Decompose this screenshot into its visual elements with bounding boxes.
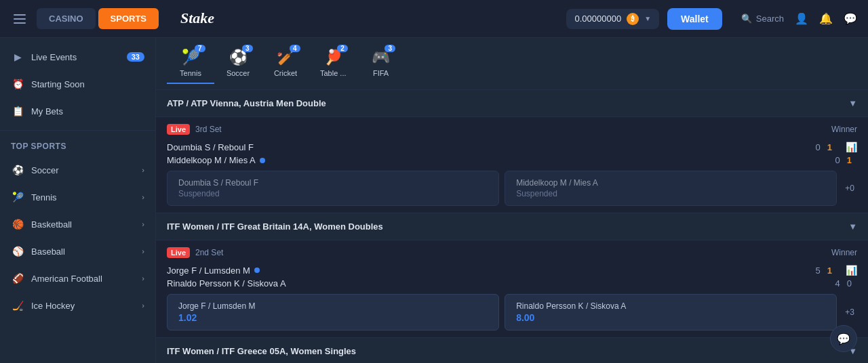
match-1-p2-score-b: 1 <box>847 155 852 165</box>
match-1-bet2-player: Middelkoop M / Mies A <box>516 178 598 188</box>
match-1-live-badge: Live <box>167 124 190 135</box>
wallet-button[interactable]: Wallet <box>667 8 722 30</box>
hamburger-menu[interactable] <box>11 12 28 26</box>
main-content: 🎾 7 Tennis ⚽ 3 Soccer 🏏 4 Cricket <box>156 38 868 363</box>
sidebar-item-tennis[interactable]: 🎾 Tennis › <box>0 184 155 211</box>
american-football-arrow: › <box>142 274 144 282</box>
match-2-bet2-player: Rinaldo Persson K / Siskova A <box>516 301 626 311</box>
live-events-icon: ▶ <box>11 50 24 64</box>
cricket-tab-label: Cricket <box>274 69 297 77</box>
tennis-label: Tennis <box>31 192 135 202</box>
match-1-set-info: 3rd Set <box>195 125 222 134</box>
match-section-2-header[interactable]: ITF Women / ITF Great Britain 14A, Women… <box>156 213 868 240</box>
live-events-badge: 33 <box>127 52 144 62</box>
match-2-player1-name: Jorge F / Lumsden M <box>167 265 808 276</box>
soccer-icon: ⚽ <box>11 163 24 177</box>
top-sports-section-title: Top Sports <box>0 136 155 156</box>
match-1-bet1-status: Suspended <box>178 189 220 198</box>
casino-tab[interactable]: CASINO <box>37 8 96 29</box>
cricket-tab-icon-wrap: 🏏 4 <box>277 49 295 66</box>
match-2-live-badge: Live <box>167 247 190 258</box>
match-1-bet-btn-2[interactable]: Middelkoop M / Mies A Suspended <box>505 171 837 206</box>
header: CASINO SPORTS Stake 0.00000000 ₿ ▼ Walle… <box>0 0 868 38</box>
match-2-player2-name: Rinaldo Persson K / Siskova A <box>167 278 827 289</box>
tennis-tab-label: Tennis <box>180 69 201 77</box>
tennis-arrow: › <box>142 193 144 201</box>
fifa-tab-label: FIFA <box>373 69 389 77</box>
match-section-3-header[interactable]: ITF Women / ITF Greece 05A, Women Single… <box>156 338 868 363</box>
live-events-label: Live Events <box>31 52 120 62</box>
sport-tabs-bar: 🎾 7 Tennis ⚽ 3 Soccer 🏏 4 Cricket <box>156 38 868 90</box>
match-2-bet2-odd: 8.00 <box>516 312 534 323</box>
match-1-player1-name: Doumbia S / Reboul F <box>167 142 808 152</box>
match-2-bet1-odd: 1.02 <box>178 312 197 323</box>
my-bets-label: My Bets <box>31 106 144 116</box>
sidebar-item-basketball[interactable]: 🏀 Basketball › <box>0 211 155 238</box>
sidebar-item-soccer[interactable]: ⚽ Soccer › <box>0 156 155 184</box>
match-2-more-bets[interactable]: +3 <box>842 307 857 317</box>
sidebar-item-live-events[interactable]: ▶ Live Events 33 <box>0 43 155 70</box>
sidebar-item-american-football[interactable]: 🏈 American Football › <box>0 265 155 292</box>
support-button[interactable]: 💬 <box>830 325 857 352</box>
match-2-bet-btn-1[interactable]: Jorge F / Lumsden M 1.02 <box>167 294 499 330</box>
serve-dot-1 <box>260 158 265 163</box>
starting-soon-label: Starting Soon <box>31 79 144 89</box>
match-1-player2-name: Middelkoop M / Mies A <box>167 155 827 165</box>
sport-tab-tabletennis[interactable]: 🏓 2 Table ... <box>309 43 357 84</box>
match-1-bet-options: Doumbia S / Reboul F Suspended Middelkoo… <box>167 171 857 206</box>
match-2-score2: 4 0 <box>835 278 852 289</box>
match-section-1-header[interactable]: ATP / ATP Vienna, Austria Men Double ▼ <box>156 90 868 117</box>
match-1-meta: Live 3rd Set Winner <box>167 124 857 135</box>
match-1-row-player2: Middelkoop M / Mies A 0 1 <box>167 155 857 165</box>
tennis-tab-badge: 7 <box>195 45 205 52</box>
match-1-bet1-player: Doumbia S / Reboul F <box>178 178 258 188</box>
match-2-p2-score-b: 0 <box>847 278 852 289</box>
soccer-tab-icon-wrap: ⚽ 3 <box>229 49 248 66</box>
site-logo: Stake <box>180 7 558 31</box>
match-1-more-bets[interactable]: +0 <box>842 184 857 193</box>
sidebar-item-ice-hockey[interactable]: 🏒 Ice Hockey › <box>0 292 155 319</box>
match-section-2-title: ITF Women / ITF Great Britain 14A, Women… <box>167 221 383 232</box>
tabletennis-tab-icon-wrap: 🏓 2 <box>324 49 342 66</box>
cricket-tab-badge: 4 <box>290 45 300 52</box>
sport-tab-tennis[interactable]: 🎾 7 Tennis <box>167 43 214 84</box>
match-1-bet-btn-1[interactable]: Doumbia S / Reboul F Suspended <box>167 171 499 206</box>
soccer-label: Soccer <box>31 165 135 175</box>
tabletennis-tab-label: Table ... <box>320 69 347 77</box>
match-section-1-chevron: ▼ <box>848 98 857 108</box>
match-1-score1: 0 1 <box>816 142 832 152</box>
stats-icon-1[interactable]: 📊 <box>846 142 857 152</box>
bell-icon[interactable]: 🔔 <box>819 12 833 25</box>
sport-tab-soccer[interactable]: ⚽ 3 Soccer <box>214 43 262 84</box>
match-2-block: Live 2nd Set Winner Jorge F / Lumsden M … <box>156 240 868 338</box>
sport-tab-fifa[interactable]: 🎮 3 FIFA <box>357 43 405 84</box>
match-2-meta: Live 2nd Set Winner <box>167 247 857 258</box>
match-2-p1-score-a: 5 <box>816 265 821 276</box>
match-2-winner-label: Winner <box>831 248 857 257</box>
fifa-tab-icon-wrap: 🎮 3 <box>372 49 390 66</box>
match-2-p1-score-b: 1 <box>827 265 832 276</box>
nav-tabs: CASINO SPORTS <box>37 8 159 29</box>
balance-area[interactable]: 0.00000000 ₿ ▼ <box>566 9 659 29</box>
baseball-icon: ⚾ <box>11 244 24 258</box>
stats-icon-2[interactable]: 📊 <box>846 265 857 276</box>
sidebar-item-baseball[interactable]: ⚾ Baseball › <box>0 238 155 265</box>
search-area[interactable]: 🔍 Search <box>741 14 784 24</box>
baseball-label: Baseball <box>31 247 135 257</box>
user-icon[interactable]: 👤 <box>795 12 808 25</box>
fifa-tab-badge: 3 <box>384 45 395 52</box>
ice-hockey-icon: 🏒 <box>11 299 24 312</box>
sidebar-item-starting-soon[interactable]: ⏰ Starting Soon <box>0 70 155 98</box>
sidebar-item-my-bets[interactable]: 📋 My Bets <box>0 98 155 125</box>
sports-tab[interactable]: SPORTS <box>98 8 159 29</box>
american-football-label: American Football <box>31 274 135 284</box>
soccer-tab-label: Soccer <box>226 69 250 77</box>
match-2-score1: 5 1 <box>816 265 832 276</box>
sport-tab-cricket[interactable]: 🏏 4 Cricket <box>262 43 309 84</box>
search-label: Search <box>756 14 784 24</box>
match-1-winner-label: Winner <box>831 125 857 134</box>
match-2-bet-btn-2[interactable]: Rinaldo Persson K / Siskova A 8.00 <box>505 294 837 330</box>
tabletennis-tab-badge: 2 <box>337 45 348 52</box>
match-2-bet-options: Jorge F / Lumsden M 1.02 Rinaldo Persson… <box>167 294 857 330</box>
chat-icon[interactable]: 💬 <box>844 12 857 25</box>
